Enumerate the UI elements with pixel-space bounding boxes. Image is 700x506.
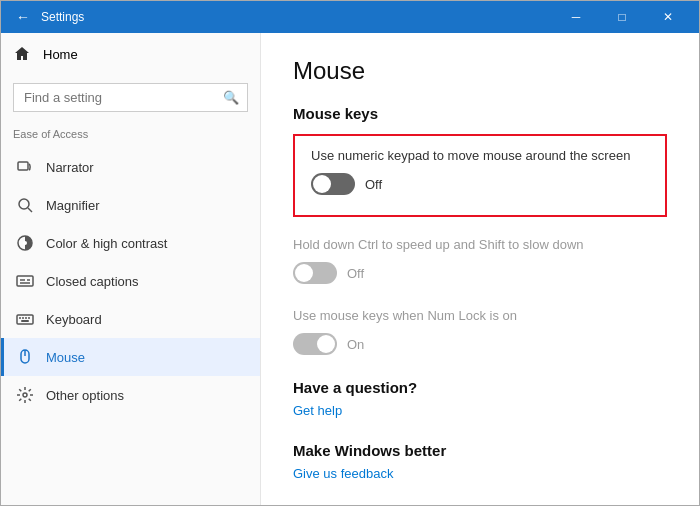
mouse-label: Mouse [46, 350, 85, 365]
page-title: Mouse [293, 57, 667, 85]
sidebar-item-narrator[interactable]: Narrator [1, 148, 260, 186]
sidebar-item-home[interactable]: Home [1, 33, 260, 71]
svg-point-17 [23, 393, 27, 397]
settings-window: ← Settings ─ □ ✕ Home 🔍 [0, 0, 700, 506]
search-icon: 🔍 [223, 90, 239, 105]
other-options-label: Other options [46, 388, 124, 403]
captions-icon [16, 272, 34, 290]
search-input[interactable] [14, 84, 247, 111]
mouse-keys-title: Mouse keys [293, 105, 667, 122]
svg-point-1 [19, 199, 29, 209]
window-controls: ─ □ ✕ [553, 1, 691, 33]
toggle2-section: Hold down Ctrl to speed up and Shift to … [293, 237, 667, 284]
sidebar-item-color-contrast[interactable]: Color & high contrast [1, 224, 260, 262]
back-button[interactable]: ← [9, 3, 37, 31]
toggle2-thumb [295, 264, 313, 282]
keyboard-label: Keyboard [46, 312, 102, 327]
toggle1[interactable] [311, 173, 355, 195]
maximize-button[interactable]: □ [599, 1, 645, 33]
closed-captions-label: Closed captions [46, 274, 139, 289]
home-icon [13, 45, 31, 63]
narrator-icon [16, 158, 34, 176]
feedback-link[interactable]: Give us feedback [293, 466, 393, 481]
toggle1-row: Off [311, 173, 649, 195]
toggle1-state: Off [365, 177, 382, 192]
magnifier-icon [16, 196, 34, 214]
toggle3-row: On [293, 333, 667, 355]
toggle2-state: Off [347, 266, 364, 281]
toggle2[interactable] [293, 262, 337, 284]
home-label: Home [43, 47, 78, 62]
have-question-title: Have a question? [293, 379, 667, 396]
toggle1-description: Use numeric keypad to move mouse around … [311, 148, 649, 163]
magnifier-label: Magnifier [46, 198, 99, 213]
toggle2-description: Hold down Ctrl to speed up and Shift to … [293, 237, 667, 252]
sidebar-item-other-options[interactable]: Other options [1, 376, 260, 414]
color-contrast-label: Color & high contrast [46, 236, 167, 251]
toggle1-thumb [313, 175, 331, 193]
other-options-icon [16, 386, 34, 404]
sidebar: Home 🔍 Ease of Access Narrator [1, 33, 261, 505]
window-title: Settings [41, 10, 553, 24]
svg-rect-5 [17, 276, 33, 286]
content-area: Home 🔍 Ease of Access Narrator [1, 33, 699, 505]
toggle3-state: On [347, 337, 364, 352]
toggle2-row: Off [293, 262, 667, 284]
keyboard-icon [16, 310, 34, 328]
narrator-label: Narrator [46, 160, 94, 175]
minimize-button[interactable]: ─ [553, 1, 599, 33]
mouse-icon [16, 348, 34, 366]
sidebar-item-closed-captions[interactable]: Closed captions [1, 262, 260, 300]
make-better-section: Make Windows better Give us feedback [293, 442, 667, 481]
close-button[interactable]: ✕ [645, 1, 691, 33]
mouse-keys-highlight-box: Use numeric keypad to move mouse around … [293, 134, 667, 217]
svg-line-2 [28, 208, 32, 212]
toggle3-thumb [317, 335, 335, 353]
titlebar: ← Settings ─ □ ✕ [1, 1, 699, 33]
svg-rect-0 [18, 162, 28, 170]
toggle3-section: Use mouse keys when Num Lock is on On [293, 308, 667, 355]
sidebar-item-magnifier[interactable]: Magnifier [1, 186, 260, 224]
get-help-link[interactable]: Get help [293, 403, 342, 418]
svg-rect-9 [17, 315, 33, 324]
main-content: Mouse Mouse keys Use numeric keypad to m… [261, 33, 699, 505]
contrast-icon [16, 234, 34, 252]
search-box[interactable]: 🔍 [13, 83, 248, 112]
section-label: Ease of Access [1, 128, 260, 148]
toggle3[interactable] [293, 333, 337, 355]
sidebar-item-mouse[interactable]: Mouse [1, 338, 260, 376]
svg-point-4 [23, 241, 27, 245]
make-better-title: Make Windows better [293, 442, 667, 459]
have-question-section: Have a question? Get help [293, 379, 667, 418]
toggle3-description: Use mouse keys when Num Lock is on [293, 308, 667, 323]
sidebar-item-keyboard[interactable]: Keyboard [1, 300, 260, 338]
